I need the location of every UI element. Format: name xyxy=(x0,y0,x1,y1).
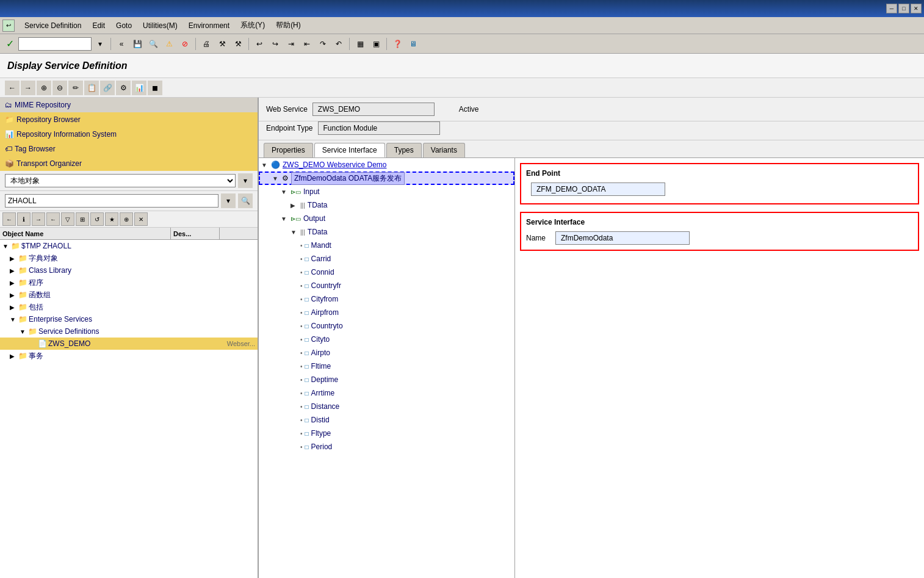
nav-btn7[interactable]: 📊 xyxy=(132,81,146,95)
tree-node-transaction[interactable]: ▶ 📁 事务 xyxy=(0,350,258,362)
input-submit-btn[interactable]: ▾ xyxy=(221,193,236,208)
window-controls[interactable]: ─ □ ✕ xyxy=(886,4,922,13)
tree-expand-btn[interactable]: ⊞ xyxy=(76,212,89,226)
close-button[interactable]: ✕ xyxy=(911,4,922,13)
tool2-btn[interactable]: ⚒ xyxy=(231,37,245,51)
save-btn[interactable]: 💾 xyxy=(130,37,145,51)
svc-expand-output[interactable]: ▼ xyxy=(281,215,288,222)
tool1-btn[interactable]: ⚒ xyxy=(215,37,229,51)
svc-service-node[interactable]: ▼ ⚙ ZfmDemoOdata ODATA服务发布 xyxy=(259,172,514,185)
step-btn[interactable]: ⇥ xyxy=(284,37,298,51)
svc-root-node[interactable]: ▼ 🔵 ZWS_DEMO Webservice Demo xyxy=(259,158,514,172)
svc-carrid-node[interactable]: • □ Carrid xyxy=(259,252,514,266)
nav-item-repository[interactable]: 📁 Repository Browser xyxy=(0,112,258,127)
nav-item-mime[interactable]: 🗂 MIME Repository xyxy=(0,98,258,112)
svc-fltime-node[interactable]: • □ Fltime xyxy=(259,359,514,373)
svc-expand-service[interactable]: ▼ xyxy=(272,175,280,182)
tree-node-include[interactable]: ▶ 📁 包括 xyxy=(0,301,258,313)
search-values-btn[interactable]: 🔍 xyxy=(238,193,253,208)
tab-types[interactable]: Types xyxy=(386,143,422,157)
svc-arrtime-node[interactable]: • □ Arrtime xyxy=(259,386,514,400)
expand-include[interactable]: ▶ xyxy=(10,304,17,311)
tree-node-svcdef[interactable]: ▼ 📁 Service Definitions xyxy=(0,325,258,338)
tree-node-tmp[interactable]: ▼ 📁 $TMP ZHAOLL xyxy=(0,240,258,252)
tree-node-enterprise[interactable]: ▼ 📁 Enterprise Services xyxy=(0,313,258,325)
svc-expand-root[interactable]: ▼ xyxy=(261,162,269,168)
expand-svcdef[interactable]: ▼ xyxy=(20,328,27,335)
svc-cityto-node[interactable]: • □ Cityto xyxy=(259,333,514,346)
redo-btn[interactable]: ↪ xyxy=(268,37,283,51)
dropdown-arrow[interactable]: ▾ xyxy=(238,173,253,188)
menu-system[interactable]: 系统(Y) xyxy=(236,19,270,32)
svc-expand-tdata-output[interactable]: ▼ xyxy=(291,229,298,236)
expand-func[interactable]: ▶ xyxy=(10,292,17,298)
command-input[interactable] xyxy=(18,37,92,51)
nav-btn8[interactable]: ◼ xyxy=(148,81,162,95)
expand-enterprise[interactable]: ▼ xyxy=(10,316,17,323)
expand-tmp[interactable]: ▼ xyxy=(2,243,10,250)
nav-btn4[interactable]: 📋 xyxy=(84,81,99,95)
help-btn[interactable]: ❓ xyxy=(390,37,405,51)
user-input[interactable] xyxy=(5,194,218,208)
svc-period-node[interactable]: • □ Period xyxy=(259,440,514,453)
nav-fwd-btn[interactable]: → xyxy=(21,81,35,95)
tree-collapse-btn[interactable]: ← xyxy=(2,212,16,226)
step2-btn[interactable]: ⇤ xyxy=(300,37,314,51)
dropdown-btn[interactable]: ▾ xyxy=(93,37,107,51)
maximize-button[interactable]: □ xyxy=(898,4,909,13)
tree-node-dict[interactable]: ▶ 📁 字典对象 xyxy=(0,252,258,264)
nav-btn1[interactable]: ⊕ xyxy=(37,81,51,95)
tree-clear-btn[interactable]: ✕ xyxy=(134,212,148,226)
alert-btn[interactable]: ⚠ xyxy=(162,37,176,51)
svc-output-node[interactable]: ▼ ⊳▭ Output xyxy=(259,212,514,225)
svc-countryfr-node[interactable]: • □ Countryfr xyxy=(259,279,514,292)
tree-refresh-btn[interactable]: ↺ xyxy=(90,212,104,226)
svc-distance-node[interactable]: • □ Distance xyxy=(259,400,514,413)
expand-prog[interactable]: ▶ xyxy=(10,280,17,286)
svc-mandt-node[interactable]: • □ Mandt xyxy=(259,239,514,252)
svc-airpto-node[interactable]: • □ Airpto xyxy=(259,346,514,359)
tree-star-btn[interactable]: ★ xyxy=(105,212,118,226)
menu-help[interactable]: 帮助(H) xyxy=(271,19,306,32)
svc-tdata-input-node[interactable]: ▶ ||| TData xyxy=(259,198,514,212)
svc-input-node[interactable]: ▼ ⊳▭ Input xyxy=(259,185,514,198)
tree-back-btn[interactable]: ← xyxy=(46,212,60,226)
nav-item-info[interactable]: 📊 Repository Information System xyxy=(0,127,258,142)
expand-class[interactable]: ▶ xyxy=(10,267,17,274)
svc-expand-tdata-input[interactable]: ▶ xyxy=(291,202,298,209)
expand-dict[interactable]: ▶ xyxy=(10,255,17,262)
nav-btn5[interactable]: 🔗 xyxy=(100,81,115,95)
tree-info-btn[interactable]: ℹ xyxy=(17,212,31,226)
svc-connid-node[interactable]: • □ Connid xyxy=(259,266,514,279)
nav-back-btn[interactable]: ← xyxy=(5,81,20,95)
menu-service-definition[interactable]: Service Definition xyxy=(20,20,86,31)
back-btn[interactable]: ↶ xyxy=(331,37,346,51)
layout2-btn[interactable]: ▣ xyxy=(369,37,383,51)
fwd-btn[interactable]: ↷ xyxy=(316,37,330,51)
menu-edit[interactable]: Edit xyxy=(87,20,110,31)
nav-item-tag[interactable]: 🏷 Tag Browser xyxy=(0,142,258,156)
svc-countryto-node[interactable]: • □ Countryto xyxy=(259,319,514,333)
svc-fltype-node[interactable]: • □ Fltype xyxy=(259,427,514,440)
nav-btn2[interactable]: ⊖ xyxy=(52,81,67,95)
tree-node-prog[interactable]: ▶ 📁 程序 xyxy=(0,276,258,289)
tree-node-func[interactable]: ▶ 📁 函数组 xyxy=(0,289,258,301)
nav-btn3[interactable]: ✏ xyxy=(68,81,83,95)
svc-deptime-node[interactable]: • □ Deptime xyxy=(259,373,514,386)
menu-environment[interactable]: Environment xyxy=(184,20,234,31)
svc-airpfrom-node[interactable]: • □ Airpfrom xyxy=(259,306,514,319)
tree-node-class[interactable]: ▶ 📁 Class Library xyxy=(0,264,258,276)
expand-transaction[interactable]: ▶ xyxy=(10,353,17,359)
checkmark-button[interactable]: ✓ xyxy=(2,37,17,51)
prev-btn[interactable]: « xyxy=(114,37,129,51)
menu-goto[interactable]: Goto xyxy=(111,20,137,31)
object-type-dropdown[interactable]: 本地对象 xyxy=(5,174,236,187)
layout1-btn[interactable]: ▦ xyxy=(353,37,367,51)
svc-distid-node[interactable]: • □ Distid xyxy=(259,413,514,427)
undo-btn[interactable]: ↩ xyxy=(252,37,267,51)
tab-properties[interactable]: Properties xyxy=(264,143,313,157)
tab-variants[interactable]: Variants xyxy=(423,143,465,157)
tree-fav-btn[interactable]: ⊕ xyxy=(120,212,133,226)
svc-expand-input[interactable]: ▼ xyxy=(281,189,288,195)
menu-utilities[interactable]: Utilities(M) xyxy=(138,20,182,31)
